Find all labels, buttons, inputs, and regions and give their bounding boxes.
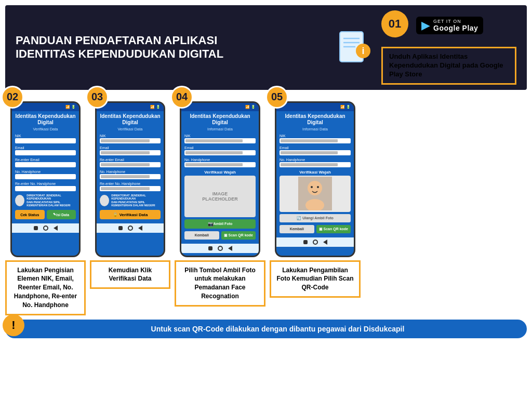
phone04-topbar: 📶 🔋 bbox=[181, 103, 259, 111]
nav-circle-icon bbox=[43, 226, 48, 231]
step03-col: 03 📶 🔋 Identitas Kependudukan Digital Ve… bbox=[90, 95, 170, 289]
phone05-topbar: 📶 🔋 bbox=[276, 103, 354, 111]
phone02-logo-text: DIREKTORAT JENDERAL KEPENDUDUKANDAN PENC… bbox=[26, 194, 76, 207]
nav-back-icon bbox=[54, 226, 58, 231]
re-email03-label: Re-enter Email bbox=[100, 158, 161, 162]
phone04-btn-row: Kembali ▣ Scan QR kode bbox=[184, 231, 256, 240]
info-icon: i bbox=[337, 29, 374, 65]
phone03-topbar: 📶 🔋 bbox=[97, 103, 164, 111]
nik-label: NIK bbox=[15, 134, 76, 138]
nik05-field bbox=[280, 138, 351, 143]
phone03-title: Identitas Kependudukan Digital bbox=[100, 113, 161, 126]
phone02-title: Identitas Kependudukan Digital bbox=[15, 113, 76, 126]
phone05-mockup: 📶 🔋 Identitas Kependudukan Digital Infor… bbox=[275, 101, 355, 257]
phone05-btn-row: Kembali ▣ Scan QR kode bbox=[280, 225, 351, 233]
step05-desc: Lakukan Pengambilan Foto Kemudian Pilih … bbox=[270, 260, 361, 298]
re-email-label: Re-enter Email bbox=[15, 158, 76, 162]
phone03-logo-text: DIREKTORAT JENDERAL KEPENDUDUKANDAN PENC… bbox=[111, 194, 161, 207]
nik04-field bbox=[184, 138, 256, 143]
phone04-mockup: 📶 🔋 Identitas Kependudukan Digital Infor… bbox=[180, 101, 260, 257]
page-wrapper: PANDUAN PENDAFTARAN APLIKASI IDENTITAS K… bbox=[0, 0, 532, 411]
play-icon: ▶ bbox=[421, 19, 430, 32]
phone02-bottom bbox=[12, 223, 79, 233]
phone04-bottom bbox=[181, 244, 259, 253]
phone04-title: Identitas Kependudukan Digital bbox=[184, 113, 256, 126]
main-content: 02 📶 🔋 Identitas Kependudukan Digital Ve… bbox=[5, 95, 527, 315]
verif-wajah04-label: Verifikasi Wajah bbox=[184, 170, 256, 175]
step03-badge: 03 bbox=[86, 86, 109, 109]
nik03-label: NIK bbox=[100, 134, 161, 138]
svg-text:i: i bbox=[362, 46, 364, 56]
nav-back04-icon bbox=[228, 246, 232, 251]
retake-btn[interactable]: 🔄 Ulangi Ambil Foto bbox=[280, 214, 351, 222]
phone-field[interactable] bbox=[15, 174, 76, 179]
step04-col: 04 📶 🔋 Identitas Kependudukan Digital In… bbox=[175, 95, 265, 307]
nav-square05-icon bbox=[303, 240, 308, 244]
image-placeholder: IMAGEPLACEHOLDER bbox=[184, 176, 256, 217]
kembali04-btn[interactable]: Kembali bbox=[184, 231, 219, 240]
isi-data-btn[interactable]: ✎ Isi Data bbox=[47, 210, 76, 219]
email-label: Email bbox=[15, 146, 76, 150]
step04-desc: Pilih Tombol Ambil Foto untuk melakukan … bbox=[175, 260, 265, 307]
nav-back05-icon bbox=[323, 240, 327, 245]
nik-field[interactable] bbox=[15, 138, 76, 143]
phone04-subtitle: Informasi Data bbox=[184, 127, 256, 131]
email05-label: Email bbox=[280, 146, 351, 150]
phone04-screen: Identitas Kependudukan Digital Informasi… bbox=[181, 111, 259, 242]
alert-text: Untuk scan QR-Code dilakukan dengan diba… bbox=[39, 325, 516, 333]
scan-qr04-btn[interactable]: ▣ Scan QR kode bbox=[221, 231, 256, 240]
scan-qr05-btn[interactable]: ▣ Scan QR kode bbox=[316, 225, 351, 233]
hp05-label: No. Handphone bbox=[280, 158, 351, 162]
phone02-subtitle: Verifikasi Data bbox=[15, 127, 76, 131]
email03-label: Email bbox=[100, 146, 161, 150]
step02-col: 02 📶 🔋 Identitas Kependudukan Digital Ve… bbox=[5, 95, 86, 315]
kembali05-btn[interactable]: Kembali bbox=[280, 225, 314, 233]
nav-back03-icon bbox=[138, 226, 142, 231]
nav-circle05-icon bbox=[313, 240, 318, 245]
email03-field bbox=[100, 150, 161, 155]
alert-icon: ! bbox=[3, 314, 24, 336]
phone02-topbar: 📶 🔋 bbox=[12, 103, 79, 111]
email04-label: Email bbox=[184, 146, 256, 150]
header-title: PANDUAN PENDAFTARAN APLIKASI IDENTITAS K… bbox=[16, 34, 329, 61]
re-email03-field bbox=[100, 162, 161, 167]
cek-status-btn[interactable]: Cek Status bbox=[15, 210, 45, 219]
nik04-label: NIK bbox=[184, 134, 256, 138]
re-phone-field[interactable] bbox=[15, 186, 76, 191]
email-field[interactable] bbox=[15, 150, 76, 155]
header: PANDUAN PENDAFTARAN APLIKASI IDENTITAS K… bbox=[5, 5, 527, 90]
svg-point-9 bbox=[311, 186, 313, 188]
verifikasi-data-btn[interactable]: 🔒 Verifikasi Data bbox=[100, 210, 161, 219]
ambil-foto-btn[interactable]: 📷 Ambil Foto bbox=[184, 219, 256, 229]
email05-field bbox=[280, 150, 351, 155]
phone05-subtitle: Informasi Data bbox=[280, 127, 351, 131]
nav-circle04-icon bbox=[218, 246, 223, 251]
phone02-screen: Identitas Kependudukan Digital Verifikas… bbox=[12, 111, 79, 221]
step01-desc: Unduh Aplikasi Identitas Kependudukan Di… bbox=[381, 47, 516, 85]
header-right: 01 ▶ GET IT ON Google Play Unduh Aplikas… bbox=[381, 10, 516, 85]
phone02-btn-row: Cek Status ✎ Isi Data bbox=[15, 210, 76, 219]
svg-point-10 bbox=[317, 186, 319, 188]
nav-square04-icon bbox=[208, 246, 212, 250]
hp04-label: No. Handphone bbox=[184, 158, 256, 162]
badge-text: GET IT ON Google Play bbox=[433, 19, 478, 32]
phone03-field bbox=[100, 174, 161, 179]
face-photo bbox=[280, 176, 351, 212]
hp05-field bbox=[280, 162, 351, 167]
phone05-screen: Identitas Kependudukan Digital Informasi… bbox=[276, 111, 354, 235]
step05-col: 05 📶 🔋 Identitas Kependudukan Digital In… bbox=[270, 95, 361, 298]
phone02-mockup: 📶 🔋 Identitas Kependudukan Digital Verif… bbox=[10, 101, 81, 257]
svg-point-7 bbox=[308, 181, 322, 195]
phone05-title: Identitas Kependudukan Digital bbox=[280, 113, 351, 126]
phone03-logo-area: DIREKTORAT JENDERAL KEPENDUDUKANDAN PENC… bbox=[100, 194, 161, 207]
bottom-alert: ! Untuk scan QR-Code dilakukan dengan di… bbox=[5, 320, 527, 338]
phone03-label: No. Handphone bbox=[100, 170, 161, 174]
step05-badge: 05 bbox=[265, 86, 288, 109]
google-play-badge[interactable]: ▶ GET IT ON Google Play bbox=[416, 17, 483, 34]
phone03-screen: Identitas Kependudukan Digital Verifikas… bbox=[97, 111, 164, 221]
step02-desc: Lakukan Pengisian Elemen NIK, Email, Ree… bbox=[5, 260, 86, 315]
re-email-field[interactable] bbox=[15, 162, 76, 167]
phone03-logo bbox=[100, 195, 109, 206]
re-phone03-field bbox=[100, 186, 161, 191]
step01-badge: 01 bbox=[381, 10, 408, 37]
